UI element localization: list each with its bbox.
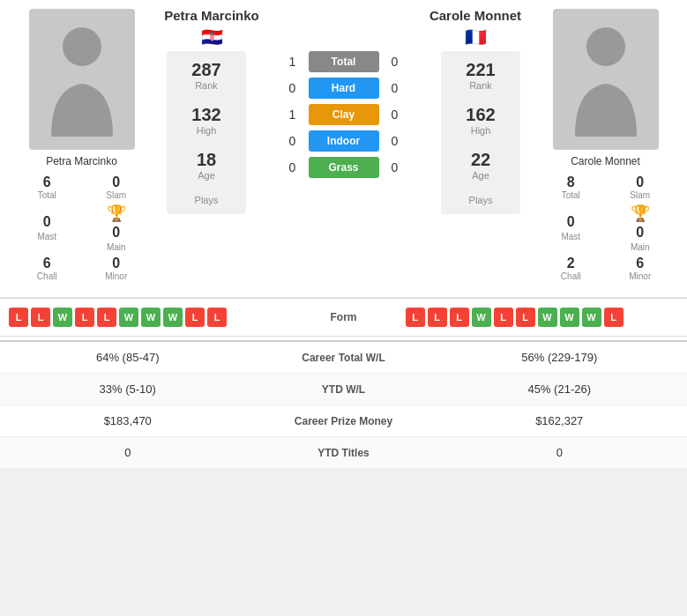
form-label: Form [291, 311, 397, 323]
form-badge-w: W [560, 308, 579, 327]
form-badge-l: L [428, 308, 447, 327]
player1-main-label: Main [107, 242, 126, 252]
p1-rank: 287 [191, 60, 220, 80]
svg-point-1 [586, 27, 625, 66]
player1-total: 6 [14, 174, 80, 190]
player2-flag: 🇫🇷 [427, 26, 524, 48]
player2-trophy-icon: 🏆 [631, 204, 650, 223]
player2-total-label: Total [538, 190, 604, 200]
player1-slam: 0 [84, 174, 150, 190]
bstat-center-0: Career Total W/L [256, 352, 432, 364]
player2-mast-label: Mast [561, 232, 580, 241]
player2-header-name: Carole Monnet [427, 7, 524, 25]
player2-minor: 6 [608, 256, 674, 271]
bstat-right-3: 0 [432, 446, 688, 459]
form-section: LLWLLWWWLL Form LLLWLLWWWL [0, 297, 687, 337]
bstat-left-3: 0 [0, 446, 256, 459]
indoor-score-right: 0 [386, 134, 404, 148]
surface-hard-row: 0 Hard 0 [250, 78, 437, 99]
player2-card: Carole Monnet 8 Total 0 Slam 0 Mast 🏆 0 [524, 0, 687, 290]
form-badge-l: L [9, 308, 28, 327]
p1-age: 18 [197, 150, 216, 170]
form-badge-w: W [472, 308, 491, 327]
p2-high: 162 [466, 105, 495, 125]
form-badge-w: W [119, 308, 138, 327]
bstat-center-1: YTD W/L [256, 383, 432, 396]
bstat-right-1: 45% (21-26) [432, 382, 688, 396]
surface-indoor-btn[interactable]: Indoor [309, 130, 379, 152]
player2-mast: 0 [567, 214, 575, 230]
form-badge-l: L [494, 308, 513, 327]
p2-rank: 221 [466, 60, 495, 80]
player1-name: Petra Marcinko [46, 155, 117, 167]
player2-slam: 0 [608, 174, 674, 190]
form-badge-w: W [163, 308, 183, 327]
player1-stats: 6 Total 0 Slam 0 Mast 🏆 0 Main 6 [7, 174, 156, 281]
form-badge-w: W [53, 308, 72, 327]
player1-trophy-icon: 🏆 [107, 204, 126, 223]
grass-score-right: 0 [386, 160, 404, 174]
player2-trophy-cell: 🏆 0 Main [608, 204, 674, 252]
p2-rank-box: 221 Rank [466, 60, 495, 91]
player1-mast-label: Mast [37, 232, 56, 241]
player1-minor-label: Minor [84, 271, 150, 281]
p2-plays: Plays [469, 195, 493, 205]
bstat-right-2: $162,327 [432, 414, 688, 427]
p1-high: 132 [191, 105, 220, 125]
p1-rank-box: 287 Rank [191, 60, 220, 91]
player2-header: Carole Monnet 🇫🇷 [427, 7, 524, 48]
bstat-left-1: 33% (5-10) [0, 382, 256, 396]
form-badge-l: L [604, 308, 624, 327]
surface-hard-btn[interactable]: Hard [309, 78, 379, 99]
p1-plays-box: Plays [195, 195, 219, 205]
p1-plays: Plays [195, 195, 219, 205]
surface-total-row: 1 Total 0 [250, 51, 437, 72]
player2-name: Carole Monnet [571, 155, 640, 167]
bottom-stat-row-1: 33% (5-10)YTD W/L45% (21-26) [0, 374, 687, 405]
main-container: Petra Marcinko 6 Total 0 Slam 0 Mast 🏆 0 [0, 0, 687, 469]
player2-total: 8 [538, 174, 604, 190]
p1-age-label: Age [197, 170, 216, 181]
surface-total-btn[interactable]: Total [309, 51, 379, 72]
svg-point-0 [63, 27, 101, 66]
form-badge-l: L [516, 308, 535, 327]
surface-clay-btn[interactable]: Clay [309, 104, 379, 125]
player1-avatar [29, 9, 135, 150]
p2-age-box: 22 Age [471, 150, 490, 181]
bottom-stat-row-2: $183,470Career Prize Money$162,327 [0, 405, 687, 437]
form-badge-w: W [538, 308, 557, 327]
hard-score-left: 0 [284, 81, 302, 95]
p2-plays-box: Plays [469, 195, 493, 205]
bstat-center-3: YTD Titles [256, 447, 432, 459]
surface-indoor-row: 0 Indoor 0 [250, 130, 437, 152]
player1-total-cell: 6 Total [14, 174, 80, 200]
player2-chall-cell: 2 Chall [538, 256, 604, 281]
bstat-right-0: 56% (229-179) [432, 351, 688, 364]
clay-score-right: 0 [386, 108, 404, 122]
player2-chall: 2 [538, 256, 604, 271]
form-badge-l: L [31, 308, 50, 327]
player1-flag: 🇭🇷 [163, 26, 260, 48]
player1-card: Petra Marcinko 6 Total 0 Slam 0 Mast 🏆 0 [0, 0, 163, 290]
p1-high-label: High [191, 125, 220, 136]
form-badge-w: W [582, 308, 601, 327]
player1-slam-label: Slam [84, 190, 150, 200]
player1-minor: 0 [84, 256, 150, 271]
player1-slam-cell: 0 Slam [84, 174, 150, 200]
player1-chall-cell: 6 Chall [14, 256, 80, 281]
form-badge-w: W [141, 308, 161, 327]
player2-minor-label: Minor [608, 271, 674, 281]
player2-inner-stats: 221 Rank 162 High 22 Age Plays [441, 51, 520, 214]
player2-mast-cell: 0 Mast [538, 204, 604, 252]
form-badge-l: L [207, 308, 227, 327]
form-badge-l: L [185, 308, 205, 327]
surfaces-area: 1 Total 0 0 Hard 0 1 Clay 0 [250, 51, 437, 178]
player1-mast: 0 [43, 214, 51, 230]
form-badge-l: L [450, 308, 469, 327]
player2-form-badges: LLLWLLWWWL [397, 308, 688, 327]
surface-grass-btn[interactable]: Grass [309, 157, 379, 178]
bstat-left-0: 64% (85-47) [0, 351, 256, 364]
bstat-center-2: Career Prize Money [256, 415, 432, 427]
p2-high-box: 162 High [466, 105, 495, 136]
player1-chall: 6 [14, 256, 80, 271]
